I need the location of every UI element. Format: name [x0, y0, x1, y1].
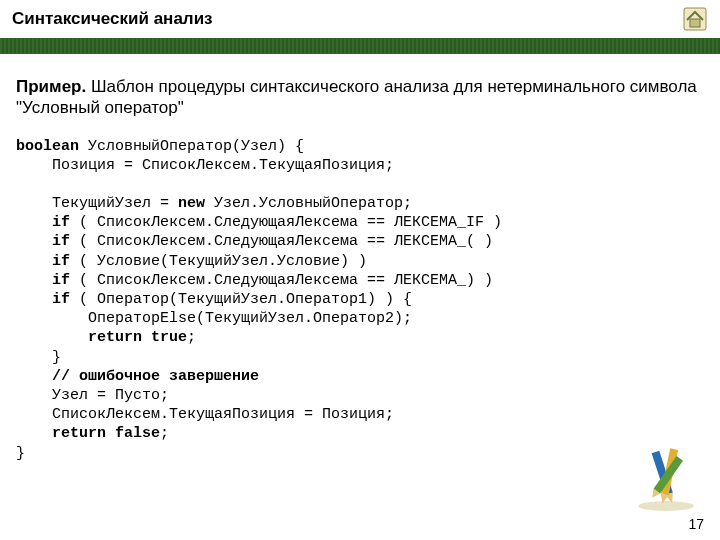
kw-if-2: if	[52, 233, 70, 250]
kw-if-4: if	[52, 272, 70, 289]
content-area: Пример. Шаблон процедуры синтаксического…	[0, 54, 720, 463]
page-number: 17	[688, 516, 704, 532]
header-stripe	[0, 38, 720, 54]
kw-return-true: return true	[88, 329, 187, 346]
description-lead: Пример.	[16, 77, 86, 96]
comment-line: // ошибочное завершение	[16, 368, 259, 385]
home-icon	[683, 7, 707, 31]
kw-if-3: if	[52, 253, 70, 270]
svg-rect-1	[690, 19, 700, 27]
pencils-icon	[630, 444, 702, 512]
kw-if-1: if	[52, 214, 70, 231]
description-rest: Шаблон процедуры синтаксического анализа…	[16, 77, 697, 117]
code-block: boolean УсловныйОператор(Узел) { Позиция…	[16, 137, 704, 463]
description: Пример. Шаблон процедуры синтаксического…	[16, 76, 704, 119]
page-title: Синтаксический анализ	[0, 9, 680, 29]
svg-point-2	[638, 501, 694, 511]
kw-if-5: if	[52, 291, 70, 308]
home-button[interactable]	[680, 5, 710, 33]
header-bar: Синтаксический анализ	[0, 0, 720, 38]
kw-new: new	[178, 195, 205, 212]
kw-boolean: boolean	[16, 138, 79, 155]
kw-return-false: return false	[52, 425, 160, 442]
